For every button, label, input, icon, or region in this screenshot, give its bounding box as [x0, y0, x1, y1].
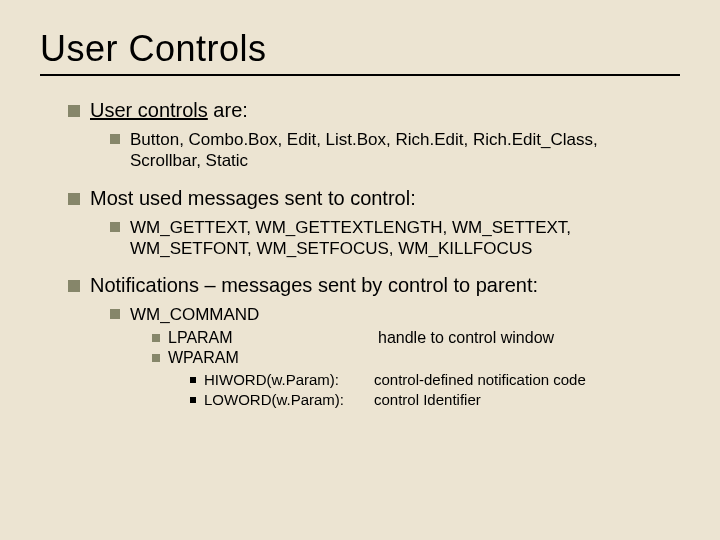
loword-row: LOWORD(w.Param):control Identifier: [204, 391, 481, 410]
lead-rest: are:: [208, 99, 248, 121]
subsubsub-loword: LOWORD(w.Param):control Identifier: [190, 391, 680, 410]
square-bullet-icon: [68, 280, 80, 292]
square-bullet-icon: [152, 334, 160, 342]
subbullet-text: WM_COMMAND: [130, 304, 259, 325]
subsubsub-hiword: HIWORD(w.Param):control-defined notifica…: [190, 371, 680, 390]
underlined-term: User controls: [90, 99, 208, 121]
bullet-text: Most used messages sent to control:: [90, 186, 416, 211]
subbullet-wmcommand: WM_COMMAND: [110, 304, 670, 325]
subbullet-control-types: Button, Combo.Box, Edit, List.Box, Rich.…: [110, 129, 670, 172]
hiword-row: HIWORD(w.Param):control-defined notifica…: [204, 371, 586, 390]
lparam-label: LPARAM: [168, 329, 288, 347]
square-bullet-icon: [152, 354, 160, 362]
square-bullet-icon: [110, 222, 120, 232]
bullet-text: Notifications – messages sent by control…: [90, 273, 538, 298]
loword-key: LOWORD(w.Param):: [204, 391, 374, 410]
subsub-wparam: WPARAM: [152, 349, 680, 367]
bullet-user-controls: User controls are:: [68, 98, 680, 123]
lparam-desc: handle to control window: [378, 329, 554, 347]
square-bullet-icon: [190, 397, 196, 403]
bullet-text: User controls are:: [90, 98, 248, 123]
slide-title: User Controls: [40, 28, 680, 70]
square-bullet-icon: [68, 193, 80, 205]
hiword-key: HIWORD(w.Param):: [204, 371, 374, 390]
subbullet-message-list: WM_GETTEXT, WM_GETTEXTLENGTH, WM_SETTEXT…: [110, 217, 670, 260]
hiword-val: control-defined notification code: [374, 371, 586, 390]
loword-val: control Identifier: [374, 391, 481, 410]
bullet-most-used-messages: Most used messages sent to control:: [68, 186, 680, 211]
bullet-notifications: Notifications – messages sent by control…: [68, 273, 680, 298]
title-underline: [40, 74, 680, 76]
square-bullet-icon: [110, 309, 120, 319]
subsub-lparam: LPARAM handle to control window: [152, 329, 680, 347]
square-bullet-icon: [190, 377, 196, 383]
square-bullet-icon: [68, 105, 80, 117]
subbullet-text: Button, Combo.Box, Edit, List.Box, Rich.…: [130, 129, 670, 172]
wparam-label: WPARAM: [168, 349, 288, 367]
square-bullet-icon: [110, 134, 120, 144]
subbullet-text: WM_GETTEXT, WM_GETTEXTLENGTH, WM_SETTEXT…: [130, 217, 670, 260]
